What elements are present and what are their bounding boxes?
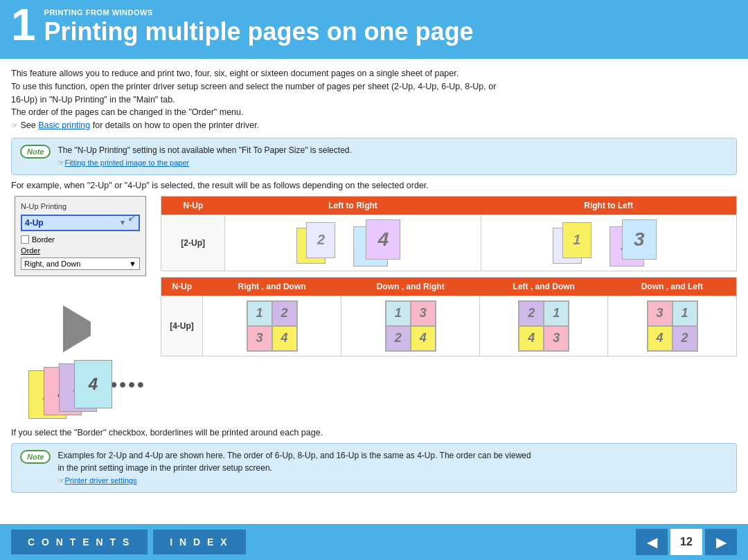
note1-text: The "N-Up Printing" setting is not avail… <box>57 145 351 155</box>
note2-text: Examples for 2-Up and 4-Up are shown her… <box>57 451 531 460</box>
intro-paragraph: This feature allows you to reduce and pr… <box>11 67 737 132</box>
4up-dr-grid: 1 3 2 4 <box>385 300 436 352</box>
cell-2: 2 <box>272 301 297 326</box>
next-page-button[interactable]: ▶ <box>705 529 737 555</box>
border-checkbox-row: Border <box>21 235 140 244</box>
note-icon-2: Note <box>20 450 51 464</box>
dialog-title: N-Up Printing <box>21 202 140 210</box>
4up-label: [4-Up] <box>161 296 203 356</box>
dialog-mockup: N-Up Printing 4-Up ▼ ↙ Border Order Righ… <box>15 196 146 276</box>
cell-dl-1: 1 <box>673 301 697 326</box>
diagram-area: N-Up Printing 4-Up ▼ ↙ Border Order Righ… <box>11 196 737 422</box>
cell-ld-3: 3 <box>544 326 569 351</box>
4up-dl-cell: 3 1 4 2 <box>608 296 737 356</box>
4up-rd-cell: 1 2 3 4 <box>203 296 341 356</box>
fitting-link[interactable]: Fitting the printed image to the paper <box>64 159 189 167</box>
4up-rd-grid: 1 2 3 4 <box>247 300 298 352</box>
th-right-left: Right to Left <box>481 196 736 215</box>
cursor-icon: ↙ <box>127 212 136 223</box>
page-card-4: 4 <box>74 360 112 408</box>
printer-driver-link[interactable]: Printer driver settings <box>64 476 136 485</box>
note-text-1: The "N-Up Printing" setting is not avail… <box>57 144 351 169</box>
2up-rtl-sheet1: 2 1 <box>553 222 608 264</box>
note-box-2: Note Examples for 2-Up and 4-Up are show… <box>11 443 737 493</box>
cell-dl-4: 4 <box>648 326 673 351</box>
intro-line4-pre: See <box>20 120 38 130</box>
border-text: If you select the "Border" checkbox, bor… <box>11 428 737 437</box>
intro-line3: The order of the pages can be changed in… <box>11 107 243 117</box>
contents-button[interactable]: C O N T E N T S <box>11 530 148 554</box>
ref-icon: ☞ <box>11 121 18 129</box>
2up-rtl-sheet2: 4 3 <box>609 219 665 267</box>
cell-dr-3: 3 <box>411 301 436 326</box>
note1-ref-icon: ☞ <box>57 159 64 167</box>
page-2-icon: 2 <box>306 222 335 258</box>
header-text-block: PRINTING FROM WINDOWS Printing multiple … <box>44 6 474 46</box>
note2-text2: in the print setting image in the printe… <box>57 463 272 473</box>
th-down-left: Down , and Left <box>608 277 737 296</box>
intro-line4-post: for details on how to open the printer d… <box>90 120 259 130</box>
ellipsis: ●●●● <box>110 377 146 392</box>
chapter-number: 1 <box>11 3 36 47</box>
main-content: This feature allows you to reduce and pr… <box>0 59 748 524</box>
page-4-icon: 4 <box>366 219 400 260</box>
2up-rtl-cell: 2 1 4 3 <box>481 215 736 271</box>
th-down-right: Down , and Right <box>341 277 480 296</box>
2up-label: [2-Up] <box>161 215 225 271</box>
cell-ld-2: 2 <box>519 301 544 326</box>
dialog-dropdown[interactable]: 4-Up ▼ ↙ <box>21 215 140 231</box>
border-checkbox[interactable] <box>21 235 29 244</box>
intro-line2: To use this function, open the printer d… <box>11 82 496 91</box>
cell-4: 4 <box>272 326 297 351</box>
border-label: Border <box>32 235 55 244</box>
order-dropdown[interactable]: Right, and Down ▼ <box>21 258 140 270</box>
order-value: Right, and Down <box>24 260 129 268</box>
cell-dr-1: 1 <box>386 301 411 326</box>
th-left-down: Left , and Down <box>480 277 608 296</box>
note-box-1: Note The "N-Up Printing" setting is not … <box>11 138 737 175</box>
cell-1: 1 <box>247 301 272 326</box>
cell-dl-2: 2 <box>673 326 697 351</box>
footer-navigation: ◀ 12 ▶ <box>636 529 737 555</box>
dropdown-arrow-icon: ▼ <box>119 219 126 226</box>
order-arrow-icon: ▼ <box>129 260 136 268</box>
order-label: Order <box>21 246 140 255</box>
4up-ld-grid: 2 1 4 3 <box>518 300 569 352</box>
th-nup-2: N-Up <box>161 277 203 296</box>
header-subtitle: PRINTING FROM WINDOWS <box>44 8 474 17</box>
note-text-2: Examples for 2-Up and 4-Up are shown her… <box>57 449 531 487</box>
2up-ltr-sheet: 1 2 <box>296 222 352 264</box>
index-button[interactable]: I N D E X <box>153 530 245 554</box>
2up-ltr-cell: 1 2 3 4 <box>225 215 481 271</box>
2up-ltr-sheet2: 3 4 <box>353 219 409 267</box>
th-left-right: Left to Right <box>225 196 481 215</box>
cell-ld-1: 1 <box>544 301 569 326</box>
note2-ref-icon: ☞ <box>57 476 64 485</box>
cell-dl-3: 3 <box>648 301 673 326</box>
page-1-rtl: 1 <box>562 222 591 258</box>
2up-rtl-diagram: 2 1 4 3 <box>486 219 732 267</box>
2up-table: N-Up Left to Right Right to Left [2-Up] <box>161 196 737 271</box>
4up-table: N-Up Right , and Down Down , and Right L… <box>161 277 737 356</box>
cell-3: 3 <box>247 326 272 351</box>
example-text: For example, when "2-Up" or "4-Up" is se… <box>11 181 737 190</box>
intro-line1: This feature allows you to reduce and pr… <box>11 69 458 78</box>
cell-dr-4: 4 <box>411 326 436 351</box>
th-right-down: Right , and Down <box>203 277 341 296</box>
th-nup-1: N-Up <box>161 196 225 215</box>
left-diagram: N-Up Printing 4-Up ▼ ↙ Border Order Righ… <box>11 196 150 422</box>
4up-dl-grid: 3 1 4 2 <box>647 300 698 352</box>
4up-dr-cell: 1 3 2 4 <box>341 296 480 356</box>
intro-line2b: 16-Up) in "N-Up Printing" in the "Main" … <box>11 95 175 105</box>
dropdown-value: 4-Up <box>25 218 119 228</box>
4up-ld-cell: 2 1 4 3 <box>480 296 608 356</box>
page-number: 12 <box>670 529 702 555</box>
page-footer: C O N T E N T S I N D E X ◀ 12 ▶ <box>0 524 748 560</box>
pages-stack: 1 2 3 4 ●●●● <box>28 363 132 422</box>
right-tables: N-Up Left to Right Right to Left [2-Up] <box>161 196 737 356</box>
page-title: Printing multiple pages on one page <box>44 18 474 46</box>
page-3-rtl: 3 <box>622 219 657 260</box>
prev-page-button[interactable]: ◀ <box>636 529 668 555</box>
cell-dr-2: 2 <box>386 326 411 351</box>
basic-printing-link[interactable]: Basic printing <box>38 120 90 130</box>
